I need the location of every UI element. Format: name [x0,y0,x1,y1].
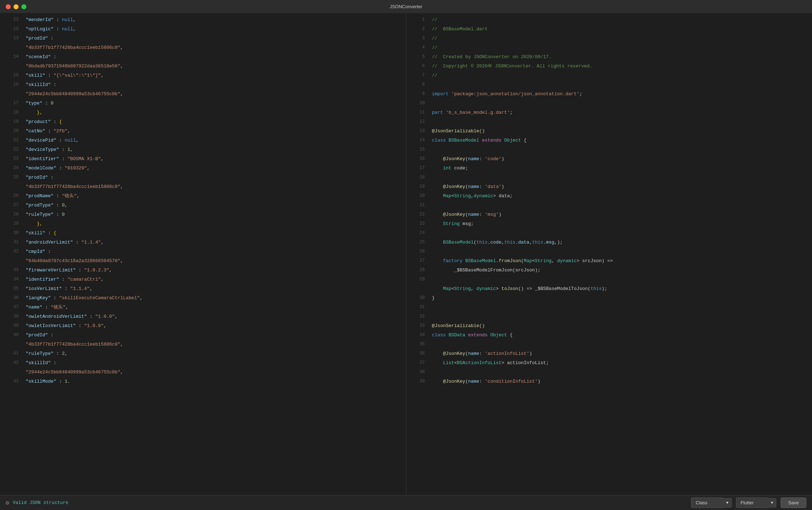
code-line: 10 [406,100,812,109]
code-line: 28 _$BSBaseModelFromJson(srcJson); [406,267,812,276]
status-left: ⚙ Valid JSON structure [6,499,68,506]
code-line: 17 int code; [406,165,812,174]
code-line: 21 "devicePid" : null, [0,137,406,146]
flutter-dropdown-container[interactable]: Flutter Swift Kotlin ▼ [736,498,777,508]
code-line: 41 "ruleType" : 2, [0,350,406,359]
code-line: 16 "skillId" : [0,81,406,91]
code-line: 8 [406,81,812,91]
class-type-select[interactable]: Class Model Entity [691,498,723,508]
code-line: 30 "skill" : { [0,230,406,239]
code-line: 17 "type" : 0 [0,100,406,109]
code-line: 15 "skill" : "{\"val\":\"1\"}", [0,72,406,81]
code-line: 38 "owletAndroidVerLimit" : "1.0.0", [0,313,406,322]
code-line: 21 [406,202,812,211]
code-line: 6 // Copyright © 2020年 JSONConverter. Al… [406,63,812,72]
save-button[interactable]: Save [781,498,806,508]
code-line: 35 "iosVerLimit" : "1.1.4", [0,285,406,295]
main-content: 11 "menderId" : null, 12 "optLogic" : nu… [0,14,812,495]
code-line: 33 @JsonSerializable() [406,322,812,332]
code-line: "2944e24c5bb84840999a53cb46755c0b", [0,91,406,100]
code-line: 1 // [406,16,812,26]
maximize-button[interactable] [21,4,26,9]
code-line: 36 "langKey" : "skillExecuteCamaraCtrlLa… [0,295,406,304]
code-line: 33 "firmwareVerLimit" : "1.0.2.3", [0,267,406,276]
app-title: JSONConverter [390,4,422,9]
code-line: 36 @JsonKey(name: 'actionInfoList') [406,350,812,359]
flutter-dropdown-arrow[interactable]: ▼ [768,498,777,508]
code-line: 15 [406,146,812,155]
language-select[interactable]: Flutter Swift Kotlin [736,498,768,508]
code-line: "4b33f77b1f77428ba4ccc1eeb15806c0", [0,183,406,193]
code-line: 25 "prodId" : [0,174,406,183]
code-line: 30 } [406,295,812,304]
status-right: Class Model Entity ▼ Flutter Swift Kotli… [691,498,806,508]
code-line: 18 }, [0,109,406,118]
code-line: 35 [406,341,812,350]
code-line: 42 "skillId" : [0,359,406,369]
code-line: 14 "sceneId" : [0,53,406,63]
code-line: 31 "androidVerLimit" : "1.1.4", [0,239,406,248]
left-pane: 11 "menderId" : null, 12 "optLogic" : nu… [0,14,406,495]
code-line: 27 "prodType" : 0, [0,202,406,211]
code-line: "4b33f77b1f77428ba4ccc1eeb15806c0", [0,44,406,53]
code-line: 12 [406,118,812,128]
code-line: Map<String, dynamic> toJson() => _$BSBas… [406,285,812,295]
code-line: 12 "optLogic" : null, [0,26,406,35]
code-line: 19 @JsonKey(name: 'data') [406,183,812,193]
code-line: 37 List<BSActionInfoList> actionInfoList… [406,359,812,369]
code-line: 31 [406,304,812,313]
status-bar: ⚙ Valid JSON structure Class Model Entit… [0,495,812,510]
code-line: "4b33f77b1f77428ba4ccc1eeb15806c0", [0,341,406,350]
status-text: Valid JSON structure [13,500,68,505]
code-line: 37 "name" : "镜头", [0,304,406,313]
code-line: 19 "product" : { [0,118,406,128]
code-line: 20 "catNo" : "2fb", [0,128,406,137]
code-line: 11 part 'b_s_base_model.g.dart'; [406,109,812,118]
code-line: 43 "skillMode" : 1. [0,378,406,387]
code-line: 32 [406,313,812,322]
code-line: 24 [406,230,812,239]
code-line: 22 @JsonKey(name: 'msg') [406,211,812,220]
code-line: 4 // [406,44,812,53]
code-line: 40 "prodId" : [0,332,406,341]
code-line: 27 factory BSBaseModel.fromJson(Map<Stri… [406,257,812,267]
code-line: 34 "identifier" : "camaraCtrl", [0,276,406,285]
code-line: 29 [406,276,812,285]
code-line: 3 // [406,35,812,44]
code-line: "2944e24c5bb84840999a53cb46755c0b", [0,369,406,378]
code-line: 13 "prodId" : [0,35,406,44]
code-line: 18 [406,174,812,183]
code-line: 26 [406,248,812,257]
code-line: 38 [406,369,812,378]
dart-editor[interactable]: 1 // 2 // BSBaseModel.dart 3 // 4 // 5 /… [406,14,812,495]
code-line: 28 "ruleType" : 0 [0,211,406,220]
code-line: 39 @JsonKey(name: 'conditionInfoList') [406,378,812,387]
class-dropdown-container[interactable]: Class Model Entity ▼ [691,498,732,508]
close-button[interactable] [6,4,11,9]
minimize-button[interactable] [14,4,19,9]
code-line: 5 // Created by JSONConverter on 2020/09… [406,53,812,63]
window-controls[interactable] [6,4,26,9]
code-line: 9 import 'package:json_annotation/json_a… [406,91,812,100]
class-dropdown-arrow[interactable]: ▼ [723,498,732,508]
code-line: 39 "owletIosVerLimit" : "1.0.0", [0,322,406,332]
code-line: 16 @JsonKey(name: 'code') [406,155,812,165]
title-bar: JSONConverter [0,0,812,14]
code-line: 32 "cmpId" : [0,248,406,257]
code-line: 24 "modelCode" : "010329", [0,165,406,174]
code-line: 23 String msg; [406,220,812,230]
code-line: 29 }, [0,220,406,230]
code-line: 2 // BSBaseModel.dart [406,26,812,35]
code-line: 26 "prodName" : "镜头", [0,193,406,202]
json-editor[interactable]: 11 "menderId" : null, 12 "optLogic" : nu… [0,14,406,495]
code-line: 14 class BSBaseModel extends Object { [406,137,812,146]
code-line: 11 "menderId" : null, [0,16,406,26]
code-line: 20 Map<String,dynamic> data; [406,193,812,202]
gear-icon[interactable]: ⚙ [6,499,9,506]
code-line: 7 // [406,72,812,81]
code-line: 25 BSBaseModel(this.code,this.data,this.… [406,239,812,248]
code-line: "64b40da0707c43c18a2a320666504570", [0,257,406,267]
right-pane: 1 // 2 // BSBaseModel.dart 3 // 4 // 5 /… [406,14,812,495]
code-line: 13 @JsonSerializable() [406,128,812,137]
code-line: 34 class BSData extends Object { [406,332,812,341]
